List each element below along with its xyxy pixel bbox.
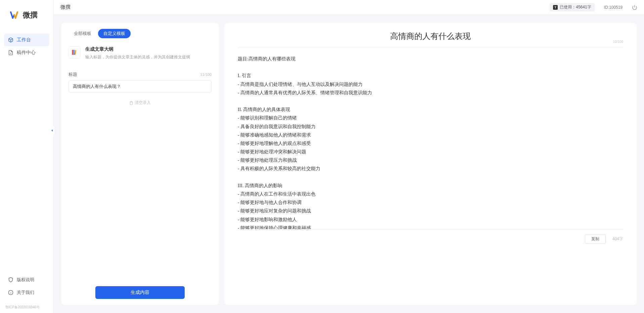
document-icon	[8, 50, 13, 55]
nav-drafts[interactable]: 稿件中心	[4, 46, 49, 59]
nav-list: 工作台 稿件中心	[0, 34, 53, 269]
output-word-count: 404字	[612, 236, 623, 242]
template-title: 生成文章大纲	[85, 46, 212, 52]
icp-text: 鄂ICP备2022016946号	[0, 303, 53, 313]
tab-custom-templates[interactable]: 自定义模板	[98, 29, 131, 38]
tab-all-templates[interactable]: 全部模板	[68, 29, 97, 38]
sidebar-collapse-handle[interactable]	[50, 126, 54, 135]
clear-input-link[interactable]: 清空录入	[68, 100, 212, 106]
output-body: 题目:高情商的人有哪些表现 I. 引言 - 高情商是指人们处理情绪、与他人互动以…	[224, 48, 637, 229]
copy-button[interactable]: 复制	[585, 234, 606, 244]
logo-icon	[10, 10, 20, 20]
svg-rect-8	[74, 50, 75, 55]
svg-rect-7	[72, 50, 73, 55]
nav-workspace[interactable]: 工作台	[4, 34, 49, 46]
sidebar: 微撰 工作台 稿件中心 版权说明 关于我们 鄂ICP备2022016946号	[0, 0, 54, 313]
user-id: ID:100519	[604, 5, 623, 10]
form-section: 标题 11/100 清空录入	[61, 67, 219, 106]
title-char-count: 11/100	[200, 72, 212, 76]
template-tabs: 全部模板 自定义模板	[61, 29, 219, 43]
shield-icon	[8, 277, 13, 282]
nav-label: 版权说明	[17, 277, 34, 283]
nav-label: 关于我们	[17, 290, 34, 296]
generate-button[interactable]: 生成内容	[95, 286, 185, 299]
usage-text: 已使用：45641字	[560, 4, 591, 10]
info-icon	[8, 290, 13, 295]
text-icon: T	[553, 5, 558, 10]
usage-badge: T 已使用：45641字	[550, 3, 594, 11]
nav-label: 稿件中心	[17, 50, 36, 56]
output-panel: 高情商的人有什么表现 10/100 题目:高情商的人有哪些表现 I. 引言 - …	[224, 23, 637, 305]
nav-label: 工作台	[17, 37, 31, 43]
template-card: 生成文章大纲 输入标题，为你提供文章主体的灵感，并为其创建推文提纲	[61, 43, 219, 67]
cube-icon	[8, 37, 13, 43]
svg-rect-9	[75, 50, 76, 55]
input-panel: 全部模板 自定义模板 生成文章大纲 输入标题，为你提供文章主体的灵感，并为其创建…	[61, 23, 219, 305]
nav-copyright[interactable]: 版权说明	[4, 273, 49, 286]
output-footer: 复制 404字	[238, 229, 623, 244]
logo-text: 微撰	[23, 10, 38, 20]
books-icon	[68, 46, 81, 58]
nav-about[interactable]: 关于我们	[4, 286, 49, 299]
topbar-right: T 已使用：45641字 ID:100519	[550, 3, 637, 11]
output-title: 高情商的人有什么表现	[251, 31, 610, 42]
topbar: 微撰 T 已使用：45641字 ID:100519	[54, 0, 644, 15]
output-title-count: 10/100	[613, 40, 623, 44]
power-icon[interactable]	[632, 5, 637, 10]
template-desc: 输入标题，为你提供文章主体的灵感，并为其创建推文提纲	[85, 54, 212, 60]
title-label: 标题	[68, 71, 77, 77]
logo: 微撰	[0, 0, 53, 34]
trash-icon	[129, 101, 133, 105]
page-title: 微撰	[60, 4, 71, 10]
sidebar-bottom: 版权说明 关于我们	[0, 269, 53, 303]
svg-marker-5	[51, 129, 52, 132]
title-input[interactable]	[68, 80, 212, 93]
